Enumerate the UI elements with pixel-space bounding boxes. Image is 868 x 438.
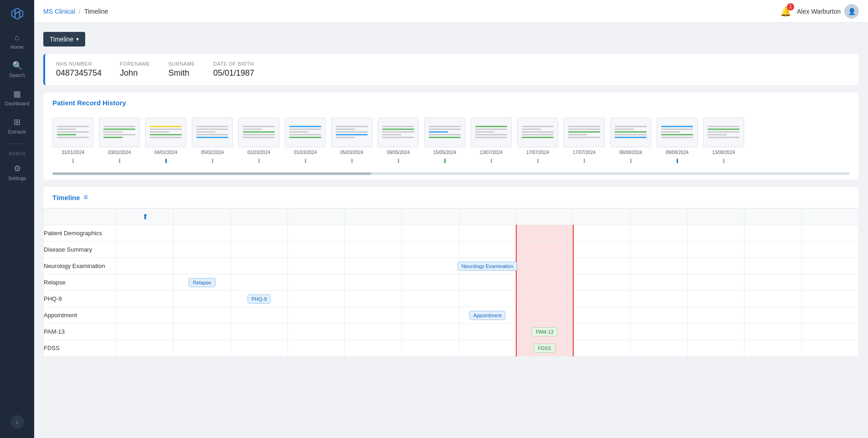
timeline-cell bbox=[231, 307, 288, 324]
timeline-table-wrap[interactable]: ⬆Patient DemographicsDisease SummaryNeur… bbox=[43, 208, 859, 356]
event-badge[interactable]: Relapse bbox=[189, 278, 215, 287]
table-row: Patient Demographics bbox=[44, 225, 859, 242]
record-thumb[interactable]: 04/02/2024 bbox=[145, 118, 186, 163]
dob-field: DATE OF BIRTH 05/01/1987 bbox=[213, 61, 254, 78]
record-thumb[interactable]: 01/03/2024 bbox=[285, 118, 326, 163]
timeline-cell bbox=[402, 324, 459, 340]
timeline-cell bbox=[745, 225, 801, 242]
table-row: AppointmentAppointment bbox=[44, 307, 859, 324]
timeline-cell bbox=[174, 340, 231, 356]
record-thumb[interactable]: 05/02/2024 bbox=[192, 118, 233, 163]
timeline-cell bbox=[687, 324, 744, 340]
record-thumb[interactable]: 31/01/2024 bbox=[52, 118, 93, 163]
event-badge[interactable]: FDSS bbox=[534, 344, 555, 353]
record-thumb[interactable]: 03/02/2024 bbox=[99, 118, 140, 163]
sidebar-item-extracts[interactable]: ⊞ Extracts bbox=[0, 112, 34, 140]
timeline-cell bbox=[402, 225, 459, 242]
timeline-btn-arrow: ▾ bbox=[76, 36, 79, 42]
event-badge[interactable]: Appointment bbox=[469, 311, 506, 320]
record-thumb[interactable]: 09/08/2024 bbox=[657, 118, 698, 163]
sidebar-item-search[interactable]: 🔍 Search bbox=[0, 55, 34, 83]
timeline-cell bbox=[117, 225, 174, 242]
home-icon: ⌂ bbox=[15, 33, 20, 42]
table-row: FDSSFDSS bbox=[44, 340, 859, 356]
row-label: Disease Summary bbox=[44, 242, 117, 258]
timeline-cell bbox=[801, 307, 858, 324]
forename-value: John bbox=[120, 68, 150, 78]
timeline-cell bbox=[573, 307, 630, 324]
timeline-cell bbox=[117, 307, 174, 324]
admin-label: ADMIN bbox=[9, 148, 26, 158]
timeline-cell bbox=[117, 324, 174, 340]
timeline-cell bbox=[630, 324, 687, 340]
timeline-cell bbox=[345, 291, 402, 307]
timeline-cell bbox=[516, 291, 573, 307]
record-thumb[interactable]: 05/03/2024 bbox=[331, 118, 372, 163]
record-thumb[interactable]: 17/07/2024 bbox=[564, 118, 605, 163]
nhs-field: NHS NUMBER 0487345754 bbox=[56, 61, 102, 78]
timeline-cell bbox=[459, 225, 516, 242]
dob-label: DATE OF BIRTH bbox=[213, 61, 254, 67]
event-badge[interactable]: Neurology Examination bbox=[457, 262, 518, 271]
record-thumb[interactable]: 13/07/2024 bbox=[471, 118, 512, 163]
record-thumb[interactable]: 01/03/2024 bbox=[238, 118, 279, 163]
breadcrumb: MS Clinical / Timeline bbox=[43, 8, 108, 15]
timeline-cell bbox=[402, 291, 459, 307]
search-icon: 🔍 bbox=[12, 61, 22, 71]
row-label: PHQ-9 bbox=[44, 291, 117, 307]
table-row: RelapseRelapse bbox=[44, 274, 859, 291]
timeline-dropdown-button[interactable]: Timeline ▾ bbox=[43, 32, 85, 46]
timeline-cell bbox=[288, 258, 344, 274]
timeline-cell bbox=[402, 242, 459, 258]
record-thumb[interactable]: 13/08/2024 bbox=[703, 118, 744, 163]
record-thumb[interactable]: 06/08/2024 bbox=[610, 118, 651, 163]
avatar: 👤 bbox=[844, 4, 859, 19]
dashboard-icon: ▦ bbox=[13, 89, 21, 99]
timeline-cell bbox=[117, 340, 174, 356]
timeline-cell bbox=[174, 258, 231, 274]
record-thumb[interactable]: 09/05/2024 bbox=[378, 118, 419, 163]
row-label: Relapse bbox=[44, 274, 117, 291]
timeline-cell bbox=[516, 307, 573, 324]
timeline-cell bbox=[231, 324, 288, 340]
sidebar-toggle[interactable]: › bbox=[10, 415, 24, 429]
sidebar-item-home[interactable]: ⌂ Home bbox=[0, 27, 34, 55]
timeline-card: Timeline ≡ ⬆Patient DemographicsDisease … bbox=[43, 187, 859, 356]
sidebar-item-dashboard[interactable]: ▦ Dashboard bbox=[0, 83, 34, 112]
timeline-cell bbox=[288, 242, 344, 258]
notification-bell[interactable]: 🔔 1 bbox=[780, 6, 791, 17]
dob-value: 05/01/1987 bbox=[213, 68, 254, 78]
sidebar-item-settings[interactable]: ⚙ Settings bbox=[0, 158, 34, 186]
record-thumb[interactable]: 17/07/2024 bbox=[517, 118, 558, 163]
row-label: Patient Demographics bbox=[44, 225, 117, 242]
upload-icon[interactable]: ⬆ bbox=[142, 213, 148, 221]
event-badge[interactable]: PAM-13 bbox=[532, 327, 558, 336]
event-badge[interactable]: PHQ-9 bbox=[247, 294, 271, 304]
user-info: Alex Warburton 👤 bbox=[797, 4, 859, 19]
timeline-cell bbox=[745, 307, 801, 324]
breadcrumb-parent[interactable]: MS Clinical bbox=[43, 8, 75, 15]
sidebar-divider bbox=[7, 144, 27, 144]
timeline-cell bbox=[745, 324, 801, 340]
row-label: PAM-13 bbox=[44, 324, 117, 340]
timeline-menu-icon[interactable]: ≡ bbox=[84, 193, 88, 201]
record-thumb[interactable]: 15/05/2024 bbox=[424, 118, 465, 163]
timeline-cell bbox=[231, 340, 288, 356]
record-strip[interactable]: 31/01/202403/02/202404/02/202405/02/2024… bbox=[43, 113, 859, 172]
breadcrumb-separator: / bbox=[79, 8, 81, 15]
scroll-strip[interactable] bbox=[52, 172, 850, 175]
timeline-cell bbox=[231, 274, 288, 291]
timeline-table: ⬆Patient DemographicsDisease SummaryNeur… bbox=[43, 208, 859, 356]
timeline-cell bbox=[630, 274, 687, 291]
timeline-cell bbox=[459, 274, 516, 291]
timeline-cell bbox=[288, 274, 344, 291]
surname-value: Smith bbox=[168, 68, 195, 78]
sidebar: ⌂ Home 🔍 Search ▦ Dashboard ⊞ Extracts A… bbox=[0, 0, 34, 438]
timeline-cell bbox=[288, 340, 344, 356]
topbar-right: 🔔 1 Alex Warburton 👤 bbox=[780, 4, 859, 19]
timeline-cell bbox=[801, 324, 858, 340]
surname-field: SURNAME Smith bbox=[168, 61, 195, 78]
timeline-cell bbox=[345, 324, 402, 340]
timeline-cell bbox=[516, 242, 573, 258]
timeline-cell bbox=[801, 291, 858, 307]
